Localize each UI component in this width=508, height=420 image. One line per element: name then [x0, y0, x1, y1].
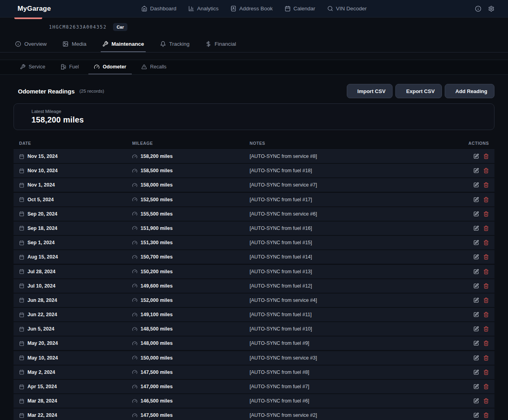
mileage-cell: 150,000 miles	[132, 355, 250, 361]
notes-cell: [AUTO-SYNC from fuel #9]	[250, 340, 453, 346]
delete-reading-button[interactable]	[483, 340, 489, 346]
nav-item-vin-decoder[interactable]: VIN Decoder	[327, 6, 367, 12]
latest-mileage-value: 158,200 miles	[31, 115, 84, 124]
nav-item-dashboard[interactable]: Dashboard	[141, 6, 176, 12]
actions-cell	[473, 182, 489, 188]
import-csv-button[interactable]: Import CSV	[347, 84, 393, 98]
edit-reading-button[interactable]	[473, 269, 479, 274]
edit-reading-button[interactable]	[473, 355, 479, 361]
calendar-icon	[19, 327, 24, 332]
delete-reading-button[interactable]	[483, 182, 489, 188]
delete-reading-button[interactable]	[483, 254, 489, 260]
info-button[interactable]	[475, 6, 481, 12]
actions-cell	[473, 412, 489, 418]
subtab-fuel[interactable]: Fuel	[55, 60, 84, 74]
fuel-icon	[61, 64, 66, 70]
mileage-cell: 146,500 miles	[132, 398, 250, 404]
date-cell: Nov 15, 2024	[19, 154, 132, 159]
gauge-icon	[132, 384, 137, 389]
info-icon	[15, 41, 21, 47]
edit-reading-button[interactable]	[473, 182, 479, 188]
tab-overview[interactable]: Overview	[14, 37, 48, 52]
gauge-icon	[132, 327, 137, 332]
delete-reading-button[interactable]	[483, 226, 489, 231]
tab-financial[interactable]: Financial	[204, 37, 238, 52]
delete-reading-button[interactable]	[483, 326, 489, 332]
delete-reading-button[interactable]	[483, 269, 489, 274]
notes-value: [AUTO-SYNC from service #7]	[250, 182, 317, 188]
main-nav: DashboardAnalyticsAddress BookCalendarVI…	[105, 6, 403, 12]
main-content: Odometer Readings (25 records) Import CS…	[0, 84, 508, 420]
date-cell: Oct 5, 2024	[19, 197, 132, 202]
delete-reading-button[interactable]	[483, 298, 489, 303]
date-value: Nov 1, 2024	[27, 182, 55, 188]
edit-reading-button[interactable]	[473, 197, 479, 202]
edit-reading-button[interactable]	[473, 384, 479, 389]
records-count: (25 records)	[80, 89, 104, 93]
tab-tracking[interactable]: Tracking	[158, 37, 191, 52]
calendar-icon	[19, 240, 24, 245]
edit-reading-button[interactable]	[473, 369, 479, 375]
edit-reading-button[interactable]	[473, 326, 479, 332]
edit-reading-button[interactable]	[473, 254, 479, 260]
date-value: Nov 15, 2024	[27, 154, 58, 159]
date-value: Apr 15, 2024	[27, 384, 57, 389]
tab-maintenance[interactable]: Maintenance	[101, 37, 146, 52]
edit-reading-button[interactable]	[473, 240, 479, 245]
actions-cell	[473, 326, 489, 332]
edit-icon	[473, 384, 479, 389]
table-row: Jun 28, 2024152,000 miles[AUTO-SYNC from…	[14, 294, 494, 307]
gauge-icon	[132, 154, 137, 159]
edit-icon	[473, 412, 479, 418]
nav-item-address-book[interactable]: Address Book	[231, 6, 273, 12]
edit-reading-button[interactable]	[473, 312, 479, 317]
edit-reading-button[interactable]	[473, 340, 479, 346]
date-cell: Nov 1, 2024	[19, 182, 132, 188]
settings-button[interactable]	[488, 6, 494, 12]
notes-cell: [AUTO-SYNC from service #7]	[250, 182, 453, 188]
brand[interactable]: MyGarage	[14, 5, 105, 13]
vehicle-type-badge: Car	[113, 23, 127, 31]
date-value: Mar 22, 2024	[27, 412, 57, 418]
export-csv-button[interactable]: Export CSV	[395, 84, 442, 98]
delete-reading-button[interactable]	[483, 211, 489, 217]
delete-reading-button[interactable]	[483, 240, 489, 245]
subtab-label: Service	[29, 64, 45, 70]
edit-reading-button[interactable]	[473, 168, 479, 173]
edit-reading-button[interactable]	[473, 298, 479, 303]
subtab-recalls[interactable]: Recalls	[136, 60, 172, 74]
notes-cell: [AUTO-SYNC from fuel #8]	[250, 369, 453, 375]
delete-reading-button[interactable]	[483, 355, 489, 361]
tab-media[interactable]: Media	[61, 37, 88, 52]
delete-reading-button[interactable]	[483, 168, 489, 173]
delete-reading-button[interactable]	[483, 412, 489, 418]
edit-reading-button[interactable]	[473, 154, 479, 159]
delete-reading-button[interactable]	[483, 398, 489, 404]
mileage-cell: 148,000 miles	[132, 340, 250, 346]
mileage-value: 148,500 miles	[141, 326, 173, 332]
edit-reading-button[interactable]	[473, 283, 479, 289]
delete-reading-button[interactable]	[483, 283, 489, 289]
notes-cell: [AUTO-SYNC from fuel #6]	[250, 398, 453, 404]
edit-reading-button[interactable]	[473, 211, 479, 217]
subtab-service[interactable]: Service	[14, 60, 51, 74]
column-header-date: DATE	[19, 141, 132, 146]
delete-reading-button[interactable]	[483, 369, 489, 375]
table-row: Sep 18, 2024151,900 miles[AUTO-SYNC from…	[14, 222, 494, 235]
edit-reading-button[interactable]	[473, 412, 479, 418]
nav-item-analytics[interactable]: Analytics	[188, 6, 219, 12]
edit-reading-button[interactable]	[473, 398, 479, 404]
subtab-odometer[interactable]: Odometer	[88, 60, 132, 74]
notes-cell: [AUTO-SYNC from fuel #12]	[250, 283, 453, 289]
delete-reading-button[interactable]	[483, 197, 489, 202]
nav-item-calendar[interactable]: Calendar	[285, 6, 315, 12]
notes-value: [AUTO-SYNC from fuel #14]	[250, 254, 312, 260]
wrench-icon	[20, 64, 25, 70]
delete-reading-button[interactable]	[483, 384, 489, 389]
add-reading-button[interactable]: Add Reading	[445, 84, 494, 98]
table-row: May 20, 2024148,000 miles[AUTO-SYNC from…	[14, 336, 494, 350]
delete-reading-button[interactable]	[483, 154, 489, 159]
calendar-icon	[19, 255, 24, 260]
edit-reading-button[interactable]	[473, 226, 479, 231]
delete-reading-button[interactable]	[483, 312, 489, 317]
